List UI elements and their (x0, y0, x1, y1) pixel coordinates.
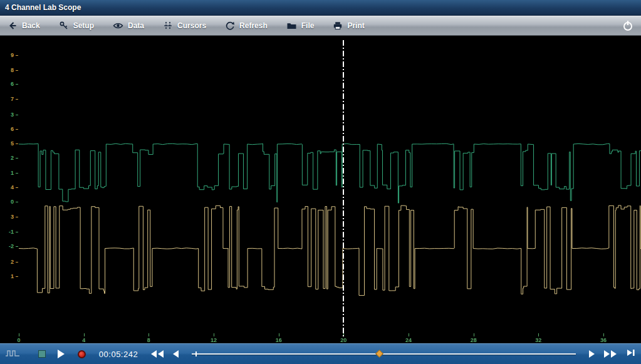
play-icon (58, 350, 65, 358)
fast-forward-button[interactable] (604, 350, 617, 358)
file-button[interactable]: File (286, 21, 315, 31)
rewind-icon-2 (158, 350, 164, 358)
x-axis-label: 4 (82, 337, 85, 343)
y-axis-tick (16, 70, 18, 71)
slider-track[interactable] (192, 353, 576, 355)
position-slider[interactable] (192, 350, 576, 358)
y-axis-label: 6 (0, 126, 14, 132)
setup-label: Setup (73, 21, 94, 30)
x-axis-label: 24 (405, 337, 412, 343)
waveform-canvas[interactable] (19, 40, 641, 336)
setup-button[interactable]: Setup (59, 21, 94, 31)
file-label: File (301, 21, 315, 30)
time-display: 00:05:242 (95, 350, 142, 359)
power-icon (622, 20, 633, 31)
stop-icon (38, 350, 46, 358)
x-axis-tick (149, 333, 149, 336)
x-axis-tick (84, 333, 85, 336)
y-axis-label: -2 (0, 243, 14, 249)
y-axis-label: 3 (0, 112, 14, 118)
x-axis-label: 28 (471, 337, 477, 343)
folder-icon (286, 21, 297, 31)
cursor-line[interactable] (343, 40, 344, 336)
app-title: 4 Channel Lab Scope (5, 3, 81, 12)
record-icon (78, 350, 86, 358)
step-forward-button[interactable] (589, 350, 595, 358)
toolbar: Back Setup Data Cursors Refresh (0, 16, 641, 36)
scope-mini-icon (5, 348, 20, 361)
y-axis-tick (16, 158, 18, 159)
rewind-icon (151, 350, 157, 358)
slider-marker[interactable] (375, 350, 383, 358)
record-button[interactable] (78, 350, 86, 358)
x-axis-label: 20 (340, 337, 347, 343)
scope-display: 986736521403-1-221 04812162024283236 (0, 36, 641, 343)
y-axis-tick (16, 115, 18, 115)
y-axis-label: 0 (0, 199, 14, 205)
step-back-icon (173, 350, 179, 358)
jump-to-end-button[interactable] (626, 348, 636, 360)
refresh-icon (225, 21, 235, 31)
refresh-button[interactable]: Refresh (225, 21, 268, 31)
y-axis-tick (16, 84, 18, 85)
x-axis-tick (19, 333, 19, 336)
step-back-button[interactable] (173, 350, 179, 358)
y-axis-tick (16, 262, 18, 263)
y-axis-tick (16, 173, 18, 174)
back-label: Back (22, 21, 40, 30)
back-button[interactable]: Back (8, 21, 40, 31)
y-axis-label: 8 (0, 67, 14, 73)
scope-mini-button[interactable] (5, 348, 20, 361)
rewind-button[interactable] (151, 350, 164, 358)
data-label: Data (128, 21, 144, 30)
y-axis-tick (16, 129, 18, 130)
fast-forward-icon (604, 350, 610, 358)
y-axis-tick (16, 232, 18, 232)
y-axis-tick (16, 99, 18, 100)
playback-bar: 00:05:242 (0, 343, 641, 364)
y-axis-label: 2 (0, 259, 14, 265)
print-label: Print (347, 21, 364, 30)
stop-button[interactable] (38, 350, 46, 358)
y-axis-label: 1 (0, 170, 14, 176)
y-axis-tick (16, 143, 18, 144)
step-forward-icon (589, 350, 595, 358)
y-axis-tick (16, 217, 18, 217)
eye-icon (113, 21, 123, 31)
fast-forward-icon-2 (611, 350, 617, 358)
data-button[interactable]: Data (113, 21, 144, 31)
y-axis-label: 6 (0, 81, 14, 87)
x-axis-label: 0 (17, 337, 20, 343)
y-axis-label: 5 (0, 140, 14, 147)
x-axis-tick (409, 333, 409, 336)
cursors-button[interactable]: Cursors (163, 21, 206, 31)
y-axis-label: 9 (0, 52, 14, 58)
y-axis-label: 7 (0, 96, 14, 102)
title-bar: 4 Channel Lab Scope (0, 0, 641, 16)
x-axis-label: 12 (211, 337, 217, 343)
x-axis-label: 8 (147, 337, 150, 343)
refresh-label: Refresh (239, 21, 268, 30)
x-axis-tick (538, 333, 539, 336)
play-button[interactable] (58, 350, 65, 358)
y-axis-label: 4 (0, 184, 14, 190)
x-axis-tick (214, 333, 214, 336)
x-axis-label: 16 (276, 337, 282, 343)
power-button[interactable] (622, 20, 633, 31)
y-axis-label: 3 (0, 214, 14, 220)
key-icon (59, 21, 69, 31)
lab-scope-app: 4 Channel Lab Scope Back Setup Data (0, 0, 641, 364)
x-axis-label: 32 (535, 337, 541, 343)
y-axis-label: -1 (0, 229, 14, 235)
y-axis-tick (16, 276, 18, 277)
print-button[interactable]: Print (333, 21, 364, 31)
y-axis-tick (16, 202, 18, 202)
cursors-icon (163, 21, 173, 31)
cursors-label: Cursors (177, 21, 206, 30)
x-axis-label: 36 (600, 337, 607, 343)
y-axis-label: 2 (0, 155, 14, 161)
back-icon (8, 21, 18, 31)
y-axis-tick (16, 246, 18, 247)
printer-icon (333, 21, 343, 31)
x-axis-tick (603, 333, 604, 336)
